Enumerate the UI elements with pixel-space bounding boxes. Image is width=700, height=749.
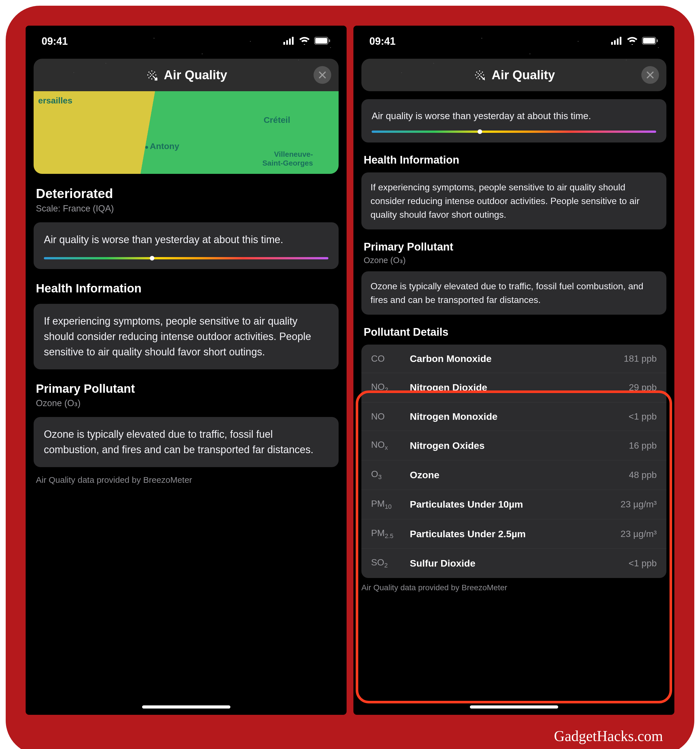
status-indicators: [284, 35, 331, 47]
health-text: If experiencing symptoms, people sensiti…: [371, 180, 657, 222]
pollutant-value: 181 ppb: [624, 353, 657, 364]
pollutant-details-heading: Pollutant Details: [364, 326, 664, 338]
air-quality-map[interactable]: ersailles Créteil Antony Villeneuve- Sai…: [34, 91, 339, 174]
svg-point-40: [479, 74, 480, 75]
svg-rect-27: [657, 39, 658, 42]
svg-point-17: [150, 76, 151, 77]
pollutant-name: Carbon Monoxide: [410, 353, 616, 364]
attribution: Air Quality data provided by BreezoMeter: [34, 475, 339, 485]
svg-point-14: [151, 78, 153, 79]
summary-text: Air quality is worse than yesterday at a…: [44, 232, 328, 248]
cellular-icon: [611, 35, 622, 47]
primary-pollutant-card: Ozone is typically elevated due to traff…: [361, 271, 666, 315]
aqi-spectrum: [372, 130, 656, 133]
health-text: If experiencing symptoms, people sensiti…: [44, 313, 328, 360]
primary-pollutant-card: Ozone is typically elevated due to traff…: [34, 417, 339, 467]
battery-icon: [314, 35, 331, 47]
home-indicator[interactable]: [142, 705, 230, 709]
sheet-title: Air Quality: [164, 68, 227, 82]
svg-point-28: [479, 70, 480, 72]
status-time: 09:41: [41, 35, 68, 47]
status-heading: Deteriorated: [36, 186, 336, 201]
svg-point-10: [147, 74, 148, 75]
primary-pollutant-sub: Ozone (O₃): [364, 255, 664, 265]
pollutant-symbol: CO: [371, 353, 403, 364]
svg-point-31: [475, 74, 476, 75]
map-label-versailles: ersailles: [38, 96, 72, 105]
map-dot-antony: [145, 146, 148, 149]
svg-rect-3: [292, 37, 294, 45]
sheet-title: Air Quality: [491, 68, 555, 82]
aqi-marker: [477, 129, 482, 134]
primary-pollutant-sub: Ozone (O₃): [36, 398, 336, 408]
close-button[interactable]: [314, 66, 331, 84]
air-quality-icon: [145, 68, 159, 82]
svg-rect-5: [315, 38, 327, 44]
svg-point-38: [477, 76, 479, 77]
svg-point-15: [150, 73, 151, 74]
primary-pollutant-heading: Primary Pollutant: [36, 382, 336, 396]
summary-card: Air quality is worse than yesterday at a…: [34, 222, 339, 269]
health-heading: Health Information: [36, 281, 336, 295]
svg-rect-24: [620, 37, 621, 45]
wifi-icon: [299, 35, 310, 47]
svg-point-16: [153, 73, 154, 74]
health-card: If experiencing symptoms, people sensiti…: [34, 304, 339, 369]
phone-left: 09:41 Air Quality: [26, 26, 346, 715]
svg-point-8: [148, 72, 149, 73]
summary-card: Air quality is worse than yesterday at a…: [361, 99, 666, 142]
svg-rect-0: [284, 42, 285, 45]
scale-label: Scale: France (IQA): [36, 203, 336, 214]
watermark: GadgetHacks.com: [554, 728, 663, 744]
svg-point-33: [476, 77, 477, 78]
battery-icon: [642, 35, 659, 47]
close-icon: [646, 71, 654, 79]
map-label-antony: Antony: [150, 141, 179, 151]
svg-rect-1: [286, 40, 288, 45]
map-label-vsg: Villeneuve- Saint-Georges: [262, 150, 313, 168]
svg-rect-21: [611, 42, 613, 45]
svg-rect-26: [643, 38, 655, 44]
home-indicator[interactable]: [470, 705, 558, 709]
svg-point-19: [151, 74, 153, 75]
phone-right: 09:41 Air Quality: [354, 26, 674, 715]
primary-pollutant-text: Ozone is typically elevated due to traff…: [371, 279, 657, 307]
summary-text: Air quality is worse than yesterday at a…: [372, 109, 656, 123]
comparison-frame: 09:41 Air Quality: [6, 6, 694, 749]
annotation-highlight: [356, 390, 672, 703]
primary-pollutant-heading: Primary Pollutant: [364, 241, 664, 253]
status-bar: 09:41: [354, 26, 674, 53]
close-button[interactable]: [641, 66, 659, 84]
aqi-spectrum: [44, 257, 328, 259]
status-bar: 09:41: [26, 26, 346, 53]
svg-point-11: [155, 74, 156, 75]
close-icon: [319, 71, 326, 79]
health-heading: Health Information: [364, 154, 664, 166]
status-indicators: [611, 35, 659, 47]
svg-point-12: [148, 77, 149, 78]
svg-point-9: [154, 72, 155, 73]
cellular-icon: [284, 35, 295, 47]
svg-point-37: [480, 73, 482, 74]
map-label-creteil: Créteil: [264, 115, 290, 125]
health-card: If experiencing symptoms, people sensiti…: [361, 173, 666, 229]
sheet-header: Air Quality: [34, 59, 339, 91]
sheet-header: Air Quality: [361, 59, 666, 91]
svg-point-29: [476, 72, 477, 73]
pollutant-row: COCarbon Monoxide181 ppb: [361, 345, 666, 373]
air-quality-icon: [473, 68, 486, 82]
svg-point-36: [477, 73, 479, 74]
svg-rect-2: [289, 38, 291, 45]
svg-rect-6: [329, 39, 330, 42]
svg-point-32: [483, 74, 484, 75]
aqi-marker: [150, 256, 154, 260]
status-time: 09:41: [369, 35, 396, 47]
svg-point-7: [151, 70, 153, 72]
svg-rect-23: [617, 38, 619, 45]
primary-pollutant-text: Ozone is typically elevated due to traff…: [44, 426, 328, 457]
svg-rect-22: [614, 40, 616, 45]
svg-point-35: [479, 78, 480, 79]
wifi-icon: [627, 35, 638, 47]
svg-point-30: [482, 72, 483, 73]
